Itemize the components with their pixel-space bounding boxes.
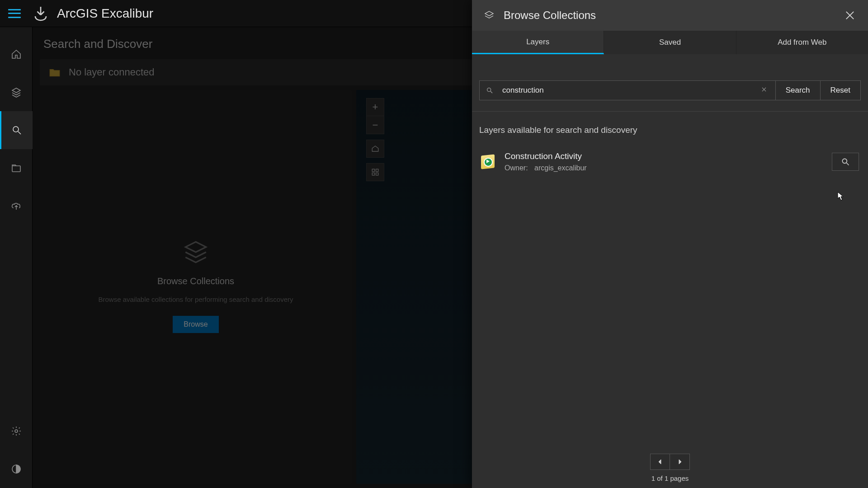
svg-point-2 bbox=[15, 430, 18, 432]
results-section-label: Layers available for search and discover… bbox=[479, 125, 861, 135]
svg-point-0 bbox=[13, 127, 19, 132]
hamburger-menu-button[interactable] bbox=[8, 9, 21, 18]
panel-search-input[interactable] bbox=[501, 85, 761, 95]
result-row[interactable]: Construction Activity Owner: arcgis_exca… bbox=[479, 147, 861, 177]
pager bbox=[650, 454, 690, 470]
panel-title: Browse Collections bbox=[504, 9, 844, 22]
panel-tabs: Layers Saved Add from Web bbox=[472, 31, 868, 54]
home-icon bbox=[11, 49, 22, 60]
result-owner-label: Owner: bbox=[505, 164, 528, 172]
result-text: Construction Activity Owner: arcgis_exca… bbox=[505, 151, 832, 172]
chevron-left-icon bbox=[657, 459, 663, 465]
nav-home[interactable] bbox=[0, 35, 33, 73]
tab-layers[interactable]: Layers bbox=[472, 31, 604, 54]
gear-icon bbox=[11, 426, 22, 436]
tab-add-from-web[interactable]: Add from Web bbox=[736, 31, 868, 54]
search-button[interactable]: Search bbox=[776, 80, 821, 100]
nav-settings[interactable] bbox=[0, 412, 33, 450]
close-icon bbox=[844, 9, 856, 22]
nav-upload[interactable] bbox=[0, 187, 33, 225]
panel-search-box bbox=[479, 80, 776, 100]
nav-layers[interactable] bbox=[0, 73, 33, 111]
svg-rect-1 bbox=[12, 166, 20, 172]
panel-close-button[interactable] bbox=[844, 9, 856, 22]
pager-prev-button[interactable] bbox=[650, 454, 670, 470]
svg-point-8 bbox=[487, 88, 491, 92]
browse-collections-panel: Browse Collections Layers Saved Add from… bbox=[472, 0, 868, 488]
layer-item-icon bbox=[481, 154, 495, 169]
search-icon bbox=[486, 87, 493, 94]
chevron-right-icon bbox=[677, 459, 683, 465]
upload-icon bbox=[11, 201, 22, 211]
app-logo-icon bbox=[33, 5, 49, 22]
nav-projects[interactable] bbox=[0, 149, 33, 187]
app-title: ArcGIS Excalibur bbox=[57, 6, 153, 21]
left-nav-rail bbox=[0, 27, 33, 488]
nav-search[interactable] bbox=[0, 111, 33, 149]
pager-next-button[interactable] bbox=[670, 454, 690, 470]
tab-saved[interactable]: Saved bbox=[604, 31, 736, 54]
panel-search-row: Search Reset bbox=[479, 80, 861, 100]
folder-icon bbox=[11, 163, 22, 174]
result-owner-value: arcgis_excalibur bbox=[534, 164, 587, 172]
result-search-button[interactable] bbox=[832, 153, 859, 171]
reset-button[interactable]: Reset bbox=[821, 80, 861, 100]
result-title: Construction Activity bbox=[505, 151, 832, 161]
search-icon bbox=[841, 157, 850, 166]
search-icon bbox=[11, 125, 22, 136]
pager-text: 1 of 1 pages bbox=[651, 474, 689, 482]
clear-search-button[interactable] bbox=[761, 86, 769, 94]
layers-icon bbox=[11, 87, 22, 98]
layers-icon bbox=[484, 10, 495, 21]
divider bbox=[472, 111, 868, 112]
contrast-icon bbox=[11, 464, 22, 474]
nav-theme[interactable] bbox=[0, 450, 33, 488]
result-owner: Owner: arcgis_excalibur bbox=[505, 164, 832, 172]
close-icon bbox=[761, 86, 767, 93]
panel-header: Browse Collections bbox=[472, 0, 868, 31]
svg-point-9 bbox=[842, 159, 847, 163]
panel-footer: 1 of 1 pages bbox=[472, 447, 868, 488]
